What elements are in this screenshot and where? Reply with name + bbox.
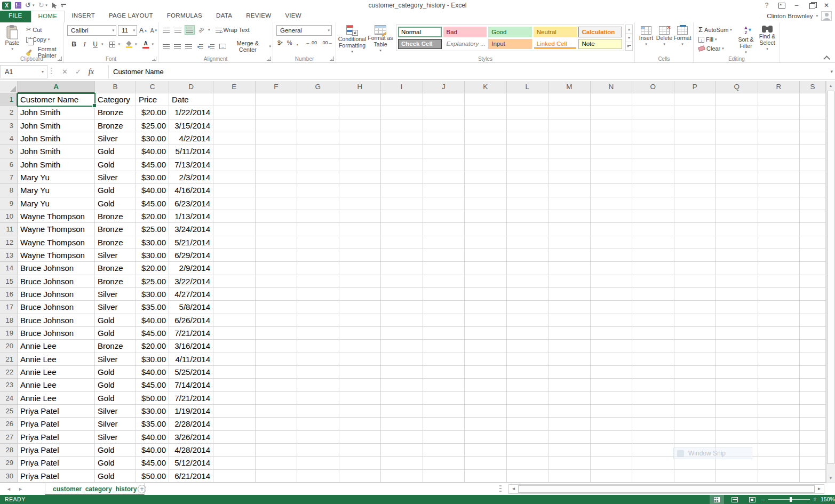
cell-I9[interactable] [381,197,423,210]
new-sheet-icon[interactable]: + [138,485,146,493]
cell-E30[interactable] [213,470,256,483]
cell-H2[interactable] [339,106,381,119]
cell-E17[interactable] [213,301,256,314]
orientation-button[interactable]: ab [196,25,206,35]
cell-A14[interactable]: Bruce Johnson [18,262,95,275]
cell-F19[interactable] [256,327,298,340]
cell-Q10[interactable] [716,210,758,223]
cell-J3[interactable] [423,119,465,132]
cell-M21[interactable] [548,353,591,366]
cancel-entry-icon[interactable]: ✕ [62,68,68,76]
number-format-select[interactable]: General▾ [276,25,332,36]
column-header-F[interactable]: F [256,81,298,93]
help-icon[interactable]: ? [759,0,774,11]
cell-K7[interactable] [465,171,507,184]
font-color-button[interactable]: A [141,39,150,49]
cell-F13[interactable] [256,249,298,262]
cell-G11[interactable] [297,223,339,236]
orientation-caret-icon[interactable]: ▾ [208,28,210,32]
percent-button[interactable]: % [287,39,292,46]
tab-review[interactable]: REVIEW [239,11,278,22]
cell-B30[interactable]: Gold [95,470,136,483]
cell-F14[interactable] [256,262,298,275]
row-header-3[interactable]: 3 [0,119,18,132]
cell-J8[interactable] [423,184,465,197]
cell-L8[interactable] [507,184,549,197]
cell-D14[interactable]: 2/9/2014 [169,262,213,275]
cell-G7[interactable] [297,171,339,184]
cell-D24[interactable]: 7/21/2014 [169,392,213,405]
column-header-B[interactable]: B [95,81,136,93]
cell-G13[interactable] [297,249,339,262]
cell-P9[interactable] [674,197,717,210]
cell-A5[interactable]: John Smith [18,145,95,158]
tab-home[interactable]: HOME [31,11,65,22]
cell-M5[interactable] [548,145,591,158]
cell-H12[interactable] [339,236,381,249]
italic-button[interactable]: I [80,39,89,49]
cell-C1[interactable]: Price [136,93,169,106]
font-size-select[interactable]: 11▾ [118,25,137,36]
cell-Q21[interactable] [716,353,758,366]
cell-J14[interactable] [423,262,465,275]
cell-G4[interactable] [297,132,339,145]
cell-P25[interactable] [674,405,717,418]
cell-K21[interactable] [465,353,507,366]
cell-G3[interactable] [297,119,339,132]
cell-N20[interactable] [591,340,633,353]
cell-L2[interactable] [507,106,549,119]
row-header-6[interactable]: 6 [0,158,18,171]
cell-R15[interactable] [758,275,800,288]
cell-S13[interactable] [800,249,826,262]
cell-L24[interactable] [507,392,549,405]
wrap-text-button[interactable]: Wrap Text [214,26,251,34]
clear-button[interactable]: Clear▾ [697,45,734,52]
cell-B29[interactable]: Gold [95,457,136,469]
cell-J1[interactable] [423,93,465,106]
column-header-H[interactable]: H [339,81,381,93]
cell-G15[interactable] [297,275,339,288]
cell-M30[interactable] [548,470,591,483]
row-header-23[interactable]: 23 [0,379,18,391]
row-header-8[interactable]: 8 [0,184,18,197]
cell-R24[interactable] [758,392,800,405]
cell-E25[interactable] [213,405,256,418]
cell-F17[interactable] [256,301,298,314]
close-icon[interactable]: ✕ [819,0,834,11]
cell-L19[interactable] [507,327,549,340]
cell-G5[interactable] [297,145,339,158]
cell-P6[interactable] [674,158,717,171]
cell-K1[interactable] [465,93,507,106]
cell-D29[interactable]: 5/12/2014 [169,457,213,469]
cell-F28[interactable] [256,444,298,457]
cell-J6[interactable] [423,158,465,171]
cell-N3[interactable] [591,119,633,132]
cell-E18[interactable] [213,314,256,327]
cell-A7[interactable]: Mary Yu [18,171,95,184]
cell-C2[interactable]: $20.00 [136,106,169,119]
cell-D2[interactable]: 1/22/2014 [169,106,213,119]
gallery-more-icon[interactable] [626,42,632,51]
cell-S4[interactable] [800,132,826,145]
style-chip-linked-cell[interactable]: Linked Cell [534,39,577,50]
cell-L9[interactable] [507,197,549,210]
cell-N9[interactable] [591,197,633,210]
row-header-22[interactable]: 22 [0,366,18,379]
cell-N30[interactable] [591,470,633,483]
cell-Q27[interactable] [716,431,758,444]
cell-P4[interactable] [674,132,717,145]
cell-N12[interactable] [591,236,633,249]
cell-Q1[interactable] [716,93,758,106]
cell-B4[interactable]: Silver [95,132,136,145]
cell-G6[interactable] [297,158,339,171]
cell-N10[interactable] [591,210,633,223]
cell-S2[interactable] [800,106,826,119]
cell-K27[interactable] [465,431,507,444]
cell-R4[interactable] [758,132,800,145]
cell-P16[interactable] [674,288,717,301]
cell-F9[interactable] [256,197,298,210]
cell-R18[interactable] [758,314,800,327]
enter-entry-icon[interactable]: ✓ [75,68,81,76]
cell-N17[interactable] [591,301,633,314]
cell-E20[interactable] [213,340,256,353]
